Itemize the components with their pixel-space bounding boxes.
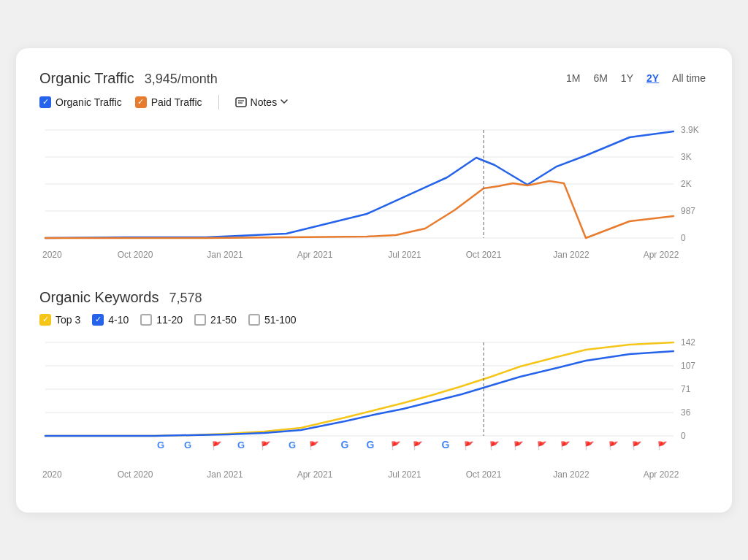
paid-label: Paid Traffic <box>151 96 202 108</box>
chart2-wrapper: 142 107 71 36 0 G G 🚩 G 🚩 G 🚩 G G 🚩 <box>39 331 709 495</box>
flag-icon-1: 🚩 <box>212 440 222 450</box>
top3-label: Top 3 <box>56 314 80 326</box>
notes-label: Notes <box>251 96 278 108</box>
filter-1m[interactable]: 1M <box>563 71 583 85</box>
notes-button[interactable]: Notes <box>235 96 289 108</box>
4-10-line <box>45 351 673 436</box>
google-icon-3: G <box>237 440 245 450</box>
chart1-wrapper: 3.9K 3K 2K 987 0 Jul 2020 Oct 2020 Jan 2… <box>39 115 709 272</box>
legend-organic[interactable]: ✓ Organic Traffic <box>39 96 122 108</box>
svg-text:107: 107 <box>681 361 695 371</box>
xlabel-2: Jan 2021 <box>207 250 243 260</box>
filter-2y[interactable]: 2Y <box>644 71 662 85</box>
top3-checkbox[interactable]: ✓ <box>39 314 51 326</box>
section2-title-wrapper: Organic Keywords 7,578 <box>39 288 202 307</box>
flag-icon-11: 🚩 <box>584 440 595 450</box>
c2-xlabel-2: Jan 2021 <box>207 469 243 480</box>
section1-title: Organic Traffic 3,945/month <box>39 69 218 88</box>
svg-text:987: 987 <box>681 206 695 216</box>
flag-icon-2: 🚩 <box>261 440 271 450</box>
flag-icon-7: 🚩 <box>489 440 500 450</box>
google-icon-5: G <box>341 439 349 450</box>
svg-text:36: 36 <box>681 407 691 418</box>
svg-text:0: 0 <box>681 233 686 243</box>
organic-label: Organic Traffic <box>56 96 122 108</box>
notes-icon <box>235 97 247 107</box>
c2-xlabel-6: Jan 2022 <box>553 469 589 480</box>
svg-text:71: 71 <box>681 384 691 394</box>
xlabel-7: Apr 2022 <box>644 250 679 260</box>
svg-text:142: 142 <box>681 337 695 348</box>
21-50-checkbox[interactable] <box>194 314 206 326</box>
organic-traffic-title: Organic Traffic 3,945/month <box>39 69 218 87</box>
svg-text:0: 0 <box>681 431 686 441</box>
flag-icon-13: 🚩 <box>632 440 642 450</box>
c2-xlabel-0: Jul 2020 <box>39 469 62 480</box>
flag-icon-9: 🚩 <box>537 440 547 450</box>
main-card: Organic Traffic 3,945/month 1M 6M 1Y 2Y … <box>16 48 732 513</box>
c2-xlabel-1: Oct 2020 <box>118 469 153 480</box>
chart1-svg: 3.9K 3K 2K 987 0 Jul 2020 Oct 2020 Jan 2… <box>39 115 709 269</box>
c2-xlabel-7: Apr 2022 <box>644 469 679 480</box>
c2-xlabel-5: Oct 2021 <box>466 469 502 480</box>
title-text: Organic Traffic <box>39 70 134 86</box>
flag-icon-12: 🚩 <box>608 440 619 450</box>
11-20-label: 11-20 <box>156 314 183 326</box>
4-10-checkbox[interactable]: ✓ <box>92 314 104 326</box>
filter-6m[interactable]: 6M <box>590 71 610 85</box>
svg-text:2K: 2K <box>681 179 692 189</box>
google-icon-6: G <box>367 439 375 450</box>
filter-alltime[interactable]: All time <box>669 71 709 85</box>
51-100-label: 51-100 <box>264 314 297 326</box>
organic-keywords-title: Organic Keywords 7,578 <box>39 288 202 306</box>
xlabel-1: Oct 2020 <box>118 250 153 260</box>
legend1: ✓ Organic Traffic ✓ Paid Traffic Notes <box>39 95 709 110</box>
svg-text:3.9K: 3.9K <box>681 125 699 135</box>
xlabel-5-oct2021: Oct 2021 <box>466 250 502 260</box>
xlabel-0: Jul 2020 <box>39 250 62 260</box>
filter-1y[interactable]: 1Y <box>618 71 636 85</box>
paid-checkbox[interactable]: ✓ <box>135 96 147 108</box>
legend-divider <box>218 95 219 110</box>
legend-11-20[interactable]: 11-20 <box>140 314 183 326</box>
flag-icon-4: 🚩 <box>391 440 401 450</box>
flag-icon-14: 🚩 <box>657 440 668 450</box>
legend-top3[interactable]: ✓ Top 3 <box>39 314 80 326</box>
4-10-label: 4-10 <box>108 314 129 326</box>
chart2-svg: 142 107 71 36 0 G G 🚩 G 🚩 G 🚩 G G 🚩 <box>39 331 709 492</box>
flag-icon-8: 🚩 <box>514 440 524 450</box>
section1-header: Organic Traffic 3,945/month 1M 6M 1Y 2Y … <box>39 69 709 88</box>
keywords-title-text: Organic Keywords <box>39 289 159 305</box>
title-value: 3,945/month <box>145 72 218 86</box>
chevron-down-icon <box>280 99 288 104</box>
google-icon-7: G <box>442 439 450 450</box>
svg-rect-0 <box>236 98 246 107</box>
section2: Organic Keywords 7,578 ✓ Top 3 ✓ 4-10 11… <box>39 288 709 495</box>
time-filters: 1M 6M 1Y 2Y All time <box>563 71 709 85</box>
organic-checkbox[interactable]: ✓ <box>39 96 51 108</box>
google-icon-4: G <box>289 440 296 450</box>
legend-21-50[interactable]: 21-50 <box>194 314 237 326</box>
11-20-checkbox[interactable] <box>140 314 152 326</box>
flag-icon-3: 🚩 <box>309 440 319 450</box>
xlabel-6: Jan 2022 <box>553 250 589 260</box>
svg-text:3K: 3K <box>681 152 692 162</box>
c2-xlabel-4: Jul 2021 <box>388 469 421 480</box>
legend-4-10[interactable]: ✓ 4-10 <box>92 314 129 326</box>
flag-icon-5: 🚩 <box>413 440 423 450</box>
google-icon-1: G <box>157 440 164 450</box>
xlabel-3: Apr 2021 <box>297 250 333 260</box>
xlabel-4: Jul 2021 <box>388 250 421 260</box>
keywords-value: 7,578 <box>169 291 202 305</box>
legend-51-100[interactable]: 51-100 <box>248 314 297 326</box>
legend-paid[interactable]: ✓ Paid Traffic <box>135 96 202 108</box>
legend2: ✓ Top 3 ✓ 4-10 11-20 21-50 51-100 <box>39 314 709 326</box>
google-icon-2: G <box>184 440 191 450</box>
c2-xlabel-3: Apr 2021 <box>297 469 333 480</box>
flag-icon-10: 🚩 <box>560 440 570 450</box>
paid-traffic-line <box>45 181 673 238</box>
51-100-checkbox[interactable] <box>248 314 260 326</box>
flag-icon-6: 🚩 <box>464 440 474 450</box>
21-50-label: 21-50 <box>210 314 237 326</box>
section2-header: Organic Keywords 7,578 <box>39 288 709 307</box>
